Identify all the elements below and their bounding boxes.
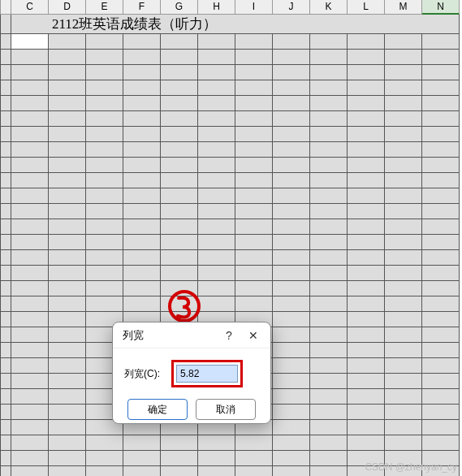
cell[interactable]	[310, 466, 348, 476]
cell[interactable]	[49, 250, 86, 266]
cell[interactable]	[273, 435, 310, 451]
cell[interactable]	[49, 358, 86, 374]
close-icon[interactable]: ✕	[241, 324, 266, 347]
cell[interactable]	[123, 451, 161, 466]
cell[interactable]	[161, 235, 198, 250]
cell[interactable]	[310, 296, 348, 312]
cell[interactable]	[273, 420, 310, 435]
cell[interactable]	[11, 374, 49, 389]
cell[interactable]	[385, 158, 422, 173]
cell[interactable]	[273, 451, 310, 466]
cell[interactable]	[123, 34, 161, 50]
cell[interactable]	[385, 219, 422, 235]
cell[interactable]	[49, 435, 86, 451]
cancel-button[interactable]: 取消	[196, 399, 256, 420]
cell[interactable]	[123, 158, 161, 173]
cell[interactable]	[123, 96, 161, 111]
cell[interactable]	[422, 235, 460, 250]
col-header-l[interactable]: L	[348, 0, 385, 15]
cell[interactable]	[385, 50, 422, 65]
cell[interactable]	[273, 358, 310, 374]
cell[interactable]	[385, 266, 422, 281]
col-header-g[interactable]: G	[161, 0, 198, 15]
cell[interactable]	[86, 188, 123, 204]
cell[interactable]	[422, 127, 460, 142]
cell[interactable]	[161, 219, 198, 235]
cell[interactable]	[235, 65, 273, 80]
cell[interactable]	[385, 389, 422, 405]
cell[interactable]	[11, 204, 49, 219]
cell[interactable]	[348, 250, 385, 266]
cell[interactable]	[11, 250, 49, 266]
cell[interactable]	[198, 435, 235, 451]
dialog-titlebar[interactable]: 列宽 ? ✕	[113, 322, 270, 348]
cell[interactable]	[86, 142, 123, 158]
cell[interactable]	[422, 405, 460, 420]
cell[interactable]	[310, 281, 348, 296]
cell[interactable]	[310, 420, 348, 435]
cell[interactable]	[235, 34, 273, 50]
col-header-d[interactable]: D	[49, 0, 86, 15]
cell[interactable]	[348, 312, 385, 327]
cell[interactable]	[11, 327, 49, 343]
cell[interactable]	[385, 111, 422, 127]
cell[interactable]	[49, 219, 86, 235]
cell[interactable]	[348, 219, 385, 235]
cell[interactable]	[49, 127, 86, 142]
cell[interactable]	[385, 142, 422, 158]
cell[interactable]	[310, 158, 348, 173]
cell[interactable]	[235, 281, 273, 296]
cell[interactable]	[49, 266, 86, 281]
cell[interactable]	[11, 50, 49, 65]
cell[interactable]	[235, 266, 273, 281]
cell[interactable]	[273, 127, 310, 142]
cell[interactable]	[198, 466, 235, 476]
cell[interactable]	[49, 34, 86, 50]
cell[interactable]	[235, 435, 273, 451]
cell[interactable]	[273, 266, 310, 281]
cell[interactable]	[123, 466, 161, 476]
cell[interactable]	[86, 127, 123, 142]
cell[interactable]	[235, 451, 273, 466]
cell[interactable]	[11, 219, 49, 235]
cell[interactable]	[385, 405, 422, 420]
cell[interactable]	[198, 96, 235, 111]
cell[interactable]	[348, 173, 385, 188]
cell[interactable]	[235, 466, 273, 476]
cell[interactable]	[273, 204, 310, 219]
cell[interactable]	[310, 34, 348, 50]
cell[interactable]	[198, 158, 235, 173]
cell[interactable]	[86, 435, 123, 451]
col-header-e[interactable]: E	[86, 0, 123, 15]
cell[interactable]	[235, 204, 273, 219]
cell[interactable]	[198, 142, 235, 158]
cell[interactable]	[348, 158, 385, 173]
cell[interactable]	[310, 50, 348, 65]
cell[interactable]	[348, 281, 385, 296]
cell[interactable]	[310, 204, 348, 219]
cell[interactable]	[385, 34, 422, 50]
cell[interactable]	[310, 96, 348, 111]
col-header-k[interactable]: K	[310, 0, 348, 15]
cell[interactable]	[123, 65, 161, 80]
cell[interactable]	[273, 466, 310, 476]
cell[interactable]	[273, 80, 310, 96]
cell[interactable]	[198, 250, 235, 266]
cell[interactable]	[49, 405, 86, 420]
cell[interactable]	[49, 142, 86, 158]
cell[interactable]	[49, 235, 86, 250]
cell[interactable]	[422, 219, 460, 235]
cell[interactable]	[273, 343, 310, 358]
cell[interactable]	[385, 250, 422, 266]
cell[interactable]	[310, 188, 348, 204]
cell[interactable]	[198, 219, 235, 235]
cell[interactable]	[348, 188, 385, 204]
cell[interactable]	[348, 389, 385, 405]
cell[interactable]	[49, 374, 86, 389]
cell[interactable]	[161, 281, 198, 296]
cell[interactable]	[273, 173, 310, 188]
cell[interactable]	[310, 405, 348, 420]
cell[interactable]	[123, 173, 161, 188]
cell[interactable]	[385, 80, 422, 96]
cell[interactable]	[385, 296, 422, 312]
